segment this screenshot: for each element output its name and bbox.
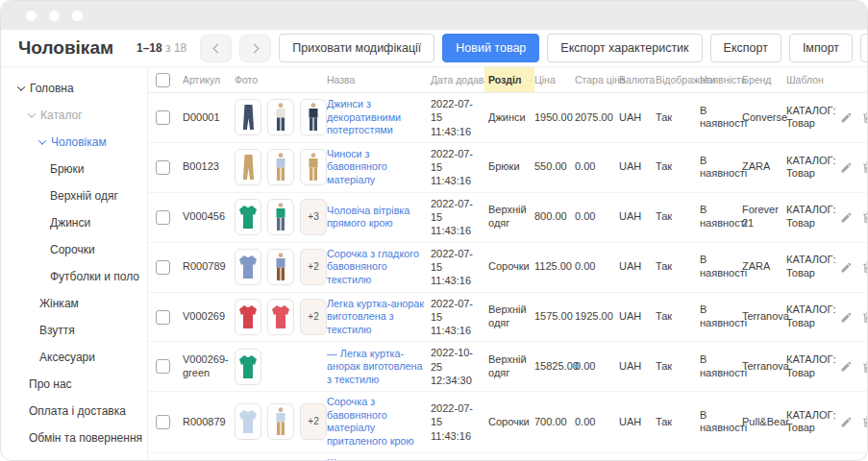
more-photos-badge[interactable]: +2 <box>300 299 327 335</box>
product-photo[interactable] <box>235 149 261 185</box>
product-photo[interactable] <box>300 149 327 185</box>
delete-button[interactable] <box>861 310 867 324</box>
sidebar-item-0[interactable]: Головна <box>18 75 147 102</box>
row-checkbox[interactable] <box>156 210 170 225</box>
row-checkbox[interactable] <box>156 310 170 325</box>
edit-button[interactable] <box>840 310 853 324</box>
product-name-link[interactable]: — Легка куртка-анорак виготовлена з текс… <box>327 348 425 386</box>
edit-button[interactable] <box>840 415 853 428</box>
sidebar-item-10[interactable]: Аксесуари <box>18 344 147 371</box>
new-product-button[interactable]: Новий товар <box>442 34 539 62</box>
column-header-10[interactable]: Бренд <box>742 74 786 85</box>
more-photos-badge[interactable]: +2 <box>300 403 327 440</box>
next-page-button[interactable] <box>239 35 271 62</box>
product-photo[interactable] <box>267 249 294 285</box>
column-header-0[interactable]: Артикул <box>183 74 235 85</box>
page-title: Чоловікам <box>18 37 113 59</box>
product-name-link[interactable]: Сорочка з бавовняного матеріалу притален… <box>327 396 425 448</box>
edit-button[interactable] <box>840 360 853 374</box>
column-header-6[interactable]: Стара ціна <box>575 74 619 85</box>
edit-button[interactable] <box>840 160 853 174</box>
export-button[interactable]: Експорт <box>710 34 781 62</box>
sidebar-item-1[interactable]: Каталог <box>18 102 147 129</box>
delete-button[interactable] <box>861 260 867 274</box>
row-checkbox[interactable] <box>156 359 170 374</box>
old-price-cell: 0.00 <box>575 356 619 377</box>
sidebar-item-14[interactable]: Контактна інформація <box>18 451 147 461</box>
edit-icon <box>840 111 853 124</box>
product-photo[interactable] <box>267 403 294 440</box>
product-name-link[interactable]: Сорочка з гладкого бавовняного текстилю <box>327 248 425 286</box>
product-name-link[interactable]: Штани з бавовняного матеріалу прямого кр… <box>327 457 425 461</box>
column-header-3[interactable]: Дата додавання <box>431 74 488 85</box>
delete-icon <box>861 310 867 324</box>
row-checkbox[interactable] <box>156 415 170 429</box>
delete-button[interactable] <box>861 110 867 124</box>
column-header-8[interactable]: Відображати <box>656 74 700 85</box>
sidebar-item-6[interactable]: Сорочки <box>18 236 147 263</box>
sidebar-item-9[interactable]: Взуття <box>18 317 147 344</box>
column-header-5[interactable]: Ціна <box>534 74 575 85</box>
sidebar-item-13[interactable]: Обмін та повернення <box>18 425 147 451</box>
select-all-checkbox[interactable] <box>156 73 170 87</box>
date-added-cell: 2022-07-1511:43:16 <box>431 243 488 292</box>
edit-button[interactable] <box>840 260 853 274</box>
sidebar-item-3[interactable]: Брюки <box>18 156 147 182</box>
delete-button[interactable] <box>861 415 867 428</box>
delete-button[interactable] <box>861 360 867 374</box>
window-dot-zoom[interactable] <box>72 11 83 21</box>
sort-icon[interactable] <box>530 75 532 85</box>
product-photo[interactable] <box>235 199 261 235</box>
product-photo[interactable] <box>235 299 261 335</box>
product-photo[interactable] <box>235 249 261 285</box>
sidebar-item-11[interactable]: Про нас <box>18 371 147 398</box>
product-name-link[interactable]: Чиноси з бавовняного матеріалу <box>327 148 425 186</box>
row-checkbox[interactable] <box>156 260 170 275</box>
column-header-2[interactable]: Назва <box>327 74 431 85</box>
sidebar-item-label: Брюки <box>50 162 85 176</box>
column-header-7[interactable]: Валюта <box>619 74 656 85</box>
export-characteristics-button[interactable]: Експорт характеристик <box>547 34 702 62</box>
product-photo[interactable] <box>267 99 294 135</box>
availability-cell: В наявності <box>700 350 742 384</box>
product-photo[interactable] <box>235 99 261 135</box>
delete-button[interactable] <box>861 160 867 174</box>
prev-page-button[interactable] <box>200 35 232 62</box>
column-header-1[interactable]: Фото <box>235 74 327 85</box>
product-name-link[interactable]: Легка куртка-анорак виготовлена з тексти… <box>327 298 425 336</box>
sidebar-item-8[interactable]: Жінкам <box>18 290 147 317</box>
brand-cell: Pull&Bear <box>742 412 786 433</box>
edit-button[interactable] <box>840 110 853 124</box>
row-checkbox[interactable] <box>156 110 170 125</box>
sidebar-item-12[interactable]: Оплата і доставка <box>18 398 147 425</box>
column-header-4[interactable]: Розділ <box>484 67 534 92</box>
column-header-9[interactable]: Наявність <box>700 74 742 85</box>
product-photo[interactable] <box>267 299 294 335</box>
more-photos-badge[interactable]: +2 <box>300 249 327 285</box>
product-photo[interactable] <box>267 149 294 185</box>
edit-button[interactable] <box>840 210 853 224</box>
sidebar-item-label: Обмін та повернення <box>29 431 142 445</box>
hide-modifications-button[interactable]: Приховати модифікації <box>279 34 434 62</box>
product-name-link[interactable]: Джинси з декоративними потертостями <box>327 98 425 136</box>
row-checkbox[interactable] <box>156 160 170 175</box>
window-dot-minimize[interactable] <box>49 11 60 21</box>
jacket-photo-icon <box>238 409 258 434</box>
product-photo[interactable] <box>235 403 261 440</box>
column-header-11[interactable]: Шаблон <box>786 74 840 85</box>
product-photo[interactable] <box>235 349 261 385</box>
sidebar-item-5[interactable]: Джинси <box>18 209 147 236</box>
more-photos-badge[interactable]: +3 <box>300 199 327 235</box>
product-photo[interactable] <box>267 199 294 235</box>
product-name-link[interactable]: Чоловіча вітрівка прямого крою <box>327 205 425 230</box>
window-dot-close[interactable] <box>26 11 37 21</box>
availability-cell: В наявності <box>700 200 742 234</box>
products-table: АртикулФотоНазваДата додаванняРозділЦіна… <box>147 67 867 461</box>
sidebar-item-2[interactable]: Чоловікам <box>18 129 147 156</box>
product-photo[interactable] <box>300 99 327 135</box>
sidebar-item-4[interactable]: Верхній одяг <box>18 182 147 209</box>
delete-button[interactable] <box>861 210 867 224</box>
more-actions-button[interactable]: ... <box>860 34 868 62</box>
sidebar-item-7[interactable]: Футболки и поло <box>18 263 147 290</box>
import-button[interactable]: Імпорт <box>789 34 853 62</box>
